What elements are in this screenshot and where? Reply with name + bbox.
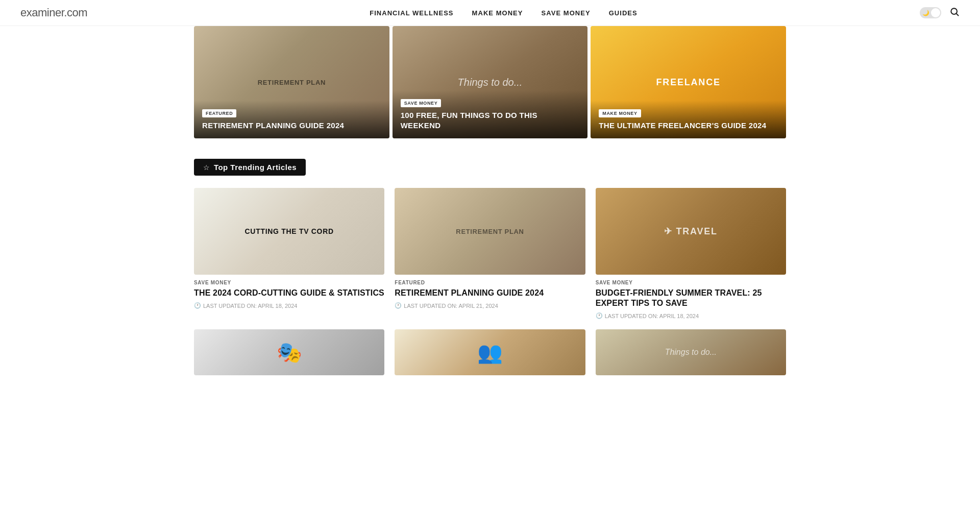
featured-card-title-0: RETIREMENT PLANNING GUIDE 2024 (202, 120, 381, 131)
article-image-bottom-2 (596, 329, 786, 375)
article-title-2: BUDGET-FRIENDLY SUMMER TRAVEL: 25 EXPERT… (596, 288, 786, 308)
article-card-1[interactable]: FEATURED RETIREMENT PLANNING GUIDE 2024 … (395, 188, 585, 319)
trending-label-box: ☆ Top Trending Articles (194, 159, 306, 176)
toggle-knob (931, 8, 940, 17)
nav-item-financial-wellness[interactable]: FINANCIAL WELLNESS (370, 8, 453, 17)
dark-mode-toggle[interactable]: 🌙 (920, 7, 941, 18)
article-card-2[interactable]: SAVE MONEY BUDGET-FRIENDLY SUMMER TRAVEL… (596, 188, 786, 319)
nav-list: FINANCIAL WELLNESS MAKE MONEY SAVE MONEY… (370, 8, 638, 17)
featured-card-title-1: 100 FREE, FUN THINGS TO DO THIS WEEKEND (401, 110, 580, 130)
header: examiner.com FINANCIAL WELLNESS MAKE MON… (0, 0, 980, 26)
article-image-0 (194, 188, 384, 275)
logo[interactable]: examiner.com (20, 6, 87, 19)
clock-icon-1: 🕐 (395, 302, 402, 309)
trending-header: ☆ Top Trending Articles (194, 159, 786, 176)
article-title-1: RETIREMENT PLANNING GUIDE 2024 (395, 288, 585, 298)
article-category-1: FEATURED (395, 280, 585, 285)
featured-category-badge-1: SAVE MONEY (401, 99, 442, 107)
article-image-bottom-1 (395, 329, 585, 375)
logo-main: examiner (20, 6, 64, 19)
article-image-1 (395, 188, 585, 275)
article-image-2 (596, 188, 786, 275)
nav-item-guides[interactable]: GUIDES (609, 8, 638, 17)
article-category-2: SAVE MONEY (596, 280, 786, 285)
featured-card-0[interactable]: FEATURED RETIREMENT PLANNING GUIDE 2024 (194, 26, 389, 138)
featured-card-2[interactable]: MAKE MONEY THE ULTIMATE FREELANCER'S GUI… (591, 26, 786, 138)
featured-category-badge-2: MAKE MONEY (599, 109, 641, 117)
search-icon (949, 7, 960, 17)
header-right: 🌙 (920, 7, 960, 19)
article-date-text-2: LAST UPDATED ON: APRIL 18, 2024 (605, 313, 699, 319)
article-card-bottom-1[interactable] (395, 329, 585, 380)
nav-link-save-money[interactable]: SAVE MONEY (542, 9, 591, 17)
clock-icon-0: 🕐 (194, 302, 201, 309)
nav-link-make-money[interactable]: MAKE MONEY (472, 9, 523, 17)
article-date-text-1: LAST UPDATED ON: APRIL 21, 2024 (404, 303, 498, 309)
clock-icon-2: 🕐 (596, 312, 603, 319)
articles-grid: SAVE MONEY THE 2024 CORD-CUTTING GUIDE &… (194, 188, 786, 319)
moon-icon: 🌙 (922, 10, 929, 16)
trending-section-title: Top Trending Articles (214, 163, 297, 172)
nav-link-financial-wellness[interactable]: FINANCIAL WELLNESS (370, 9, 453, 17)
article-card-bottom-2[interactable] (596, 329, 786, 380)
featured-card-overlay-1: SAVE MONEY 100 FREE, FUN THINGS TO DO TH… (393, 90, 588, 138)
featured-card-1[interactable]: SAVE MONEY 100 FREE, FUN THINGS TO DO TH… (393, 26, 588, 138)
featured-section: FEATURED RETIREMENT PLANNING GUIDE 2024 … (194, 26, 786, 138)
article-category-0: SAVE MONEY (194, 280, 384, 285)
svg-line-1 (957, 13, 959, 15)
featured-card-overlay-2: MAKE MONEY THE ULTIMATE FREELANCER'S GUI… (591, 101, 786, 139)
featured-card-overlay-0: FEATURED RETIREMENT PLANNING GUIDE 2024 (194, 101, 389, 139)
articles-grid-bottom (194, 329, 786, 380)
article-card-0[interactable]: SAVE MONEY THE 2024 CORD-CUTTING GUIDE &… (194, 188, 384, 319)
nav-item-save-money[interactable]: SAVE MONEY (542, 8, 591, 17)
article-card-bottom-0[interactable] (194, 329, 384, 380)
article-date-text-0: LAST UPDATED ON: APRIL 18, 2024 (203, 303, 297, 309)
article-date-0: 🕐 LAST UPDATED ON: APRIL 18, 2024 (194, 302, 384, 309)
star-icon: ☆ (203, 163, 210, 172)
article-title-0: THE 2024 CORD-CUTTING GUIDE & STATISTICS (194, 288, 384, 298)
nav-link-guides[interactable]: GUIDES (609, 9, 638, 17)
featured-category-badge-0: FEATURED (202, 109, 236, 117)
search-button[interactable] (949, 7, 960, 19)
article-date-2: 🕐 LAST UPDATED ON: APRIL 18, 2024 (596, 312, 786, 319)
main-content: FEATURED RETIREMENT PLANNING GUIDE 2024 … (184, 26, 796, 401)
article-image-bottom-0 (194, 329, 384, 375)
featured-card-title-2: THE ULTIMATE FREELANCER'S GUIDE 2024 (599, 120, 778, 131)
article-date-1: 🕐 LAST UPDATED ON: APRIL 21, 2024 (395, 302, 585, 309)
main-nav: FINANCIAL WELLNESS MAKE MONEY SAVE MONEY… (370, 8, 638, 17)
nav-item-make-money[interactable]: MAKE MONEY (472, 8, 523, 17)
logo-suffix: .com (64, 6, 87, 19)
